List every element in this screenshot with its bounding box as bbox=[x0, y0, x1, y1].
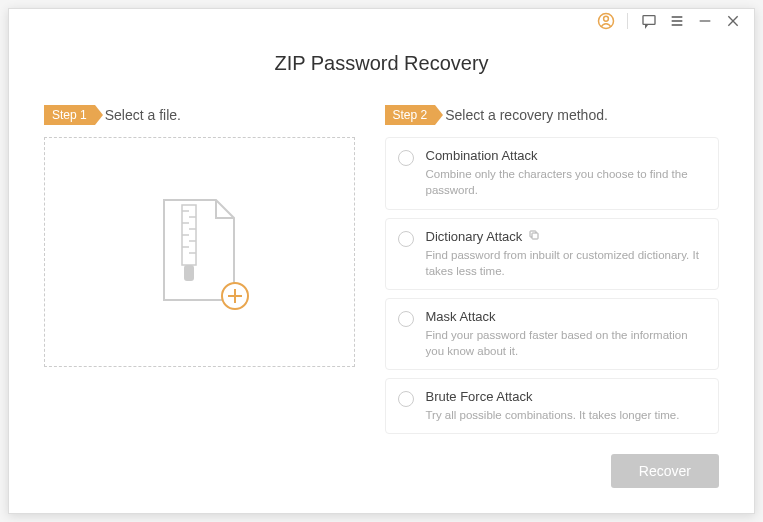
content: Step 1 Select a file. bbox=[9, 105, 754, 454]
svg-point-1 bbox=[604, 16, 609, 21]
app-window: ZIP Password Recovery Step 1 Select a fi… bbox=[8, 8, 755, 514]
minimize-button[interactable] bbox=[694, 10, 716, 32]
radio-icon bbox=[398, 231, 414, 247]
step2-tag: Step 2 bbox=[385, 105, 436, 125]
method-bruteforce[interactable]: Brute Force Attack Try all possible comb… bbox=[385, 378, 720, 434]
file-dropzone[interactable] bbox=[44, 137, 355, 367]
method-title: Brute Force Attack bbox=[426, 389, 707, 404]
page-title: ZIP Password Recovery bbox=[9, 52, 754, 75]
step2-panel: Step 2 Select a recovery method. Combina… bbox=[385, 105, 720, 434]
step1-label: Select a file. bbox=[105, 107, 181, 123]
step2-header: Step 2 Select a recovery method. bbox=[385, 105, 720, 125]
user-icon[interactable] bbox=[595, 10, 617, 32]
methods-list: Combination Attack Combine only the char… bbox=[385, 137, 720, 434]
method-title: Dictionary Attack bbox=[426, 229, 707, 244]
step1-header: Step 1 Select a file. bbox=[44, 105, 355, 125]
titlebar bbox=[9, 9, 754, 32]
radio-icon bbox=[398, 150, 414, 166]
method-title: Combination Attack bbox=[426, 148, 707, 163]
radio-icon bbox=[398, 311, 414, 327]
svg-rect-18 bbox=[184, 265, 194, 281]
titlebar-divider bbox=[627, 13, 628, 29]
method-dictionary[interactable]: Dictionary Attack Find password from inb… bbox=[385, 218, 720, 290]
dictionary-settings-icon[interactable] bbox=[528, 229, 540, 244]
zip-file-icon bbox=[154, 195, 244, 309]
step1-panel: Step 1 Select a file. bbox=[44, 105, 355, 434]
method-title: Mask Attack bbox=[426, 309, 707, 324]
add-file-icon bbox=[220, 281, 250, 311]
step1-tag: Step 1 bbox=[44, 105, 95, 125]
method-title-text: Dictionary Attack bbox=[426, 229, 523, 244]
method-desc: Try all possible combinations. It takes … bbox=[426, 407, 707, 423]
svg-rect-22 bbox=[532, 233, 538, 239]
close-button[interactable] bbox=[722, 10, 744, 32]
footer: Recover bbox=[9, 454, 754, 513]
chat-icon[interactable] bbox=[638, 10, 660, 32]
radio-icon bbox=[398, 391, 414, 407]
method-desc: Find your password faster based on the i… bbox=[426, 327, 707, 359]
method-desc: Combine only the characters you choose t… bbox=[426, 166, 707, 198]
recover-button[interactable]: Recover bbox=[611, 454, 719, 488]
method-mask[interactable]: Mask Attack Find your password faster ba… bbox=[385, 298, 720, 370]
method-desc: Find password from inbuilt or customized… bbox=[426, 247, 707, 279]
svg-rect-2 bbox=[643, 15, 655, 24]
step2-label: Select a recovery method. bbox=[445, 107, 608, 123]
menu-icon[interactable] bbox=[666, 10, 688, 32]
method-combination[interactable]: Combination Attack Combine only the char… bbox=[385, 137, 720, 209]
